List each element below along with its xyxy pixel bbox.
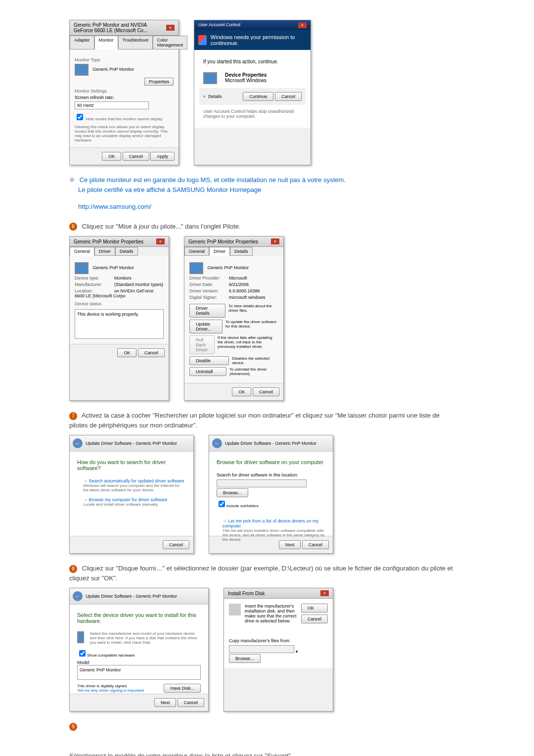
ok-button[interactable]: OK: [232, 387, 251, 396]
step7-text: Activez la case à cocher "Rechercher un …: [69, 412, 440, 429]
tab-driver[interactable]: Driver: [209, 247, 230, 256]
dialog-title-text: Generic PnP Monitor and NVIDIA GeForce 6…: [74, 22, 166, 33]
continue-button[interactable]: Continue: [243, 92, 273, 101]
dialog-title: Generic PnP Monitor Properties: [188, 239, 258, 244]
cancel-button[interactable]: Cancel: [301, 614, 328, 623]
location-input[interactable]: [217, 479, 307, 487]
properties-button[interactable]: Properties: [144, 78, 174, 86]
monitor-icon: [189, 262, 203, 274]
cancel-button[interactable]: Cancel: [253, 387, 279, 396]
note-line1: Ce pilote moniteur est en garantie du lo…: [80, 176, 346, 184]
monitor-icon: [77, 631, 84, 643]
back-arrow-icon[interactable]: ←: [73, 591, 83, 601]
next-button[interactable]: Next: [279, 540, 301, 549]
cancel-button[interactable]: Cancel: [302, 540, 329, 549]
hide-modes-label: Hide modes that this monitor cannot disp…: [86, 117, 162, 121]
close-icon[interactable]: ×: [320, 590, 329, 596]
wizard-search-dialog: ← Update Driver Software - Generic PnP M…: [69, 435, 194, 554]
note-marker-icon: ※: [69, 176, 75, 184]
install-from-disk-dialog: Install From Disk × Insert the manufactu…: [223, 588, 333, 711]
tab-adapter[interactable]: Adapter: [70, 36, 94, 49]
uac-banner-text: Windows needs your permission to contino…: [211, 34, 307, 46]
step-6-icon: 6: [69, 223, 77, 231]
include-checkbox[interactable]: [219, 501, 225, 507]
browse-button[interactable]: Browse...: [229, 654, 261, 663]
compat-checkbox[interactable]: [79, 650, 86, 657]
step-9-icon: 9: [69, 723, 77, 731]
back-arrow-icon[interactable]: ←: [212, 438, 222, 448]
monitor-type-label: Monitor Type: [75, 57, 174, 62]
details-label[interactable]: Details: [208, 94, 222, 99]
note-text: ※ Ce pilote moniteur est en garantie du …: [69, 175, 455, 194]
back-arrow-icon[interactable]: ←: [73, 438, 83, 448]
ok-button[interactable]: OK: [102, 152, 121, 161]
refresh-dropdown[interactable]: 60 Hertz: [75, 101, 149, 109]
props-driver-dialog: Generic PnP Monitor Properties × General…: [184, 236, 284, 401]
cancel-button[interactable]: Cancel: [163, 540, 189, 549]
step8-text: Cliquez sur "Disque fourni…" et sélectio…: [69, 565, 453, 582]
update-driver-button[interactable]: Update Driver...: [189, 320, 222, 333]
samsung-link[interactable]: http://www.samsung.com/: [78, 203, 151, 210]
cancel-button[interactable]: Cancel: [275, 92, 302, 101]
step-8-icon: 8: [69, 565, 77, 573]
monitor-icon: [75, 64, 89, 76]
uac-banner: Windows needs your permission to contino…: [194, 30, 311, 50]
ok-button[interactable]: OK: [301, 604, 328, 613]
step6-text: Cliquez sur "Mise à jour du pilote..." d…: [82, 223, 241, 230]
tab-driver[interactable]: Driver: [94, 247, 115, 256]
wizard-select-dialog: ← Update Driver Software - Generic PnP M…: [69, 588, 209, 711]
dialog-title: Generic PnP Monitor Properties: [74, 239, 143, 244]
close-icon[interactable]: ×: [166, 25, 175, 31]
device-icon: [203, 72, 217, 84]
disk-icon: [229, 604, 241, 615]
ms-windows: Microsoft Windows: [225, 78, 267, 83]
cancel-button[interactable]: Cancel: [178, 698, 204, 707]
option-browse[interactable]: → Browse my computer for driver software…: [77, 497, 186, 507]
props-general-dialog: Generic PnP Monitor Properties × General…: [69, 236, 169, 401]
signing-link[interactable]: Tell me why driver signing is important: [77, 688, 144, 693]
option-search-auto[interactable]: → Search automatically for updated drive…: [77, 478, 186, 492]
uninstall-button[interactable]: Uninstall: [189, 367, 226, 376]
wizard-browse-dialog: ← Update Driver Software - Generic PnP M…: [209, 435, 333, 554]
monitor-name: Generic PnP Monitor: [93, 67, 134, 72]
tab-color[interactable]: Color Management: [153, 36, 188, 49]
shield-icon: [198, 35, 207, 45]
settings-label: Monitor Settings: [75, 89, 174, 94]
chevron-down-icon[interactable]: ▾: [203, 94, 206, 99]
disable-button[interactable]: Disable: [189, 356, 229, 365]
tab-troubleshoot[interactable]: Troubleshoot: [118, 36, 153, 49]
path-input[interactable]: [229, 645, 294, 653]
tab-general[interactable]: General: [184, 247, 209, 256]
model-list[interactable]: Generic PnP Monitor: [77, 665, 201, 680]
browse-button[interactable]: Browse...: [217, 488, 248, 497]
apply-button[interactable]: Apply: [150, 152, 175, 161]
monitor-name: Generic PnP Monitor: [93, 265, 134, 270]
uac-title-text: User Account Control: [198, 22, 240, 28]
hide-modes-desc: Clearing this check box allows you to se…: [75, 125, 174, 142]
dialog-titlebar: Generic PnP Monitor and NVIDIA GeForce 6…: [70, 20, 178, 36]
next-button[interactable]: Next: [154, 698, 177, 707]
monitor-properties-dialog: Generic PnP Monitor and NVIDIA GeForce 6…: [69, 20, 179, 165]
ok-button[interactable]: OK: [117, 348, 136, 357]
refresh-label: Screen refresh rate:: [75, 95, 174, 100]
have-disk-button[interactable]: Have Disk...: [164, 684, 201, 693]
driver-details-button[interactable]: Driver Details: [189, 304, 225, 318]
uac-footer: User Account Control helps stop unauthor…: [199, 105, 306, 123]
monitor-icon: [75, 262, 89, 274]
tab-details[interactable]: Details: [115, 247, 138, 256]
rollback-button[interactable]: Roll Back Driver: [189, 335, 215, 354]
status-textarea: This device is working properly.: [75, 309, 164, 339]
step-7-icon: 7: [69, 412, 77, 420]
uac-titlebar: User Account Control ×: [194, 20, 311, 30]
tab-general[interactable]: General: [70, 247, 94, 256]
close-icon[interactable]: ×: [271, 238, 279, 244]
tab-monitor[interactable]: Monitor: [94, 36, 118, 49]
tab-details[interactable]: Details: [230, 247, 253, 256]
close-icon[interactable]: ×: [298, 22, 307, 28]
hide-modes-checkbox[interactable]: [77, 114, 83, 120]
cancel-button[interactable]: Cancel: [138, 348, 165, 357]
close-icon[interactable]: ×: [156, 238, 165, 244]
cancel-button[interactable]: Cancel: [123, 152, 149, 161]
device-props: Device Properties: [225, 72, 267, 78]
step9-text: Sélectionnez le modèle de votre moniteur…: [69, 752, 292, 756]
